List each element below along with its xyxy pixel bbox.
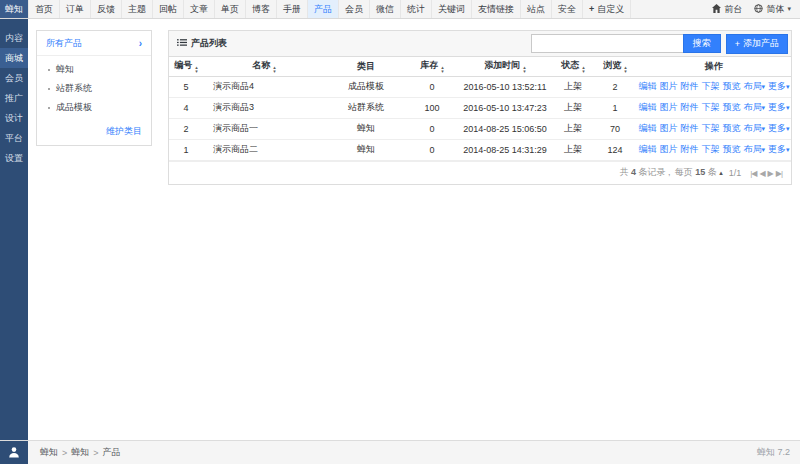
cell-1: 演示商品二 [203,139,325,160]
column-header-0[interactable]: 编号▴▾ [169,57,203,76]
preview-action-link[interactable]: 预览 [723,123,741,133]
last-page-icon[interactable]: ▶| [776,169,782,178]
more-action-link[interactable]: 更多▾ [768,102,790,112]
top-menu-item-16[interactable]: 安全 [552,0,583,18]
edit-action-link[interactable]: 编辑 [639,144,657,154]
layout-action-link[interactable]: 布局▾ [744,81,766,91]
per-page-dropdown[interactable]: 每页 15 条 ▴ [675,166,723,179]
top-menu-item-11[interactable]: 微信 [370,0,401,18]
sort-down-icon: ▾ [523,70,526,74]
top-menu-item-12[interactable]: 统计 [401,0,432,18]
top-menu-item-7[interactable]: 博客 [246,0,277,18]
top-menu-item-10[interactable]: 会员 [339,0,370,18]
admin-screen: 蝉知 首页订单反馈主题回帖文章单页博客手册产品会员微信统计关键词友情链接站点安全… [0,0,800,464]
sidebar-item-1[interactable]: 商城 [0,48,28,68]
offline-action-link[interactable]: 下架 [702,102,720,112]
front-site-link[interactable]: 前台 [712,3,742,16]
column-header-2: 类目 [325,57,407,76]
image-action-link[interactable]: 图片 [660,81,678,91]
add-product-button[interactable]: + 添加产品 [726,34,788,54]
top-menu: 首页订单反馈主题回帖文章单页博客手册产品会员微信统计关键词友情链接站点安全+自定… [28,0,631,18]
file-action-link[interactable]: 附件 [681,123,699,133]
top-menu-item-8[interactable]: 手册 [277,0,308,18]
offline-action-link[interactable]: 下架 [702,123,720,133]
breadcrumb-item-1[interactable]: 蝉知 [71,446,89,459]
column-label: 添加时间 [484,60,520,70]
breadcrumb-item-2[interactable]: 产品 [103,446,121,459]
sidebar-item-6[interactable]: 设置 [0,148,28,168]
column-header-7: 操作 [637,57,791,76]
globe-icon [754,4,763,15]
sidebar-item-4[interactable]: 设计 [0,108,28,128]
category-item-0[interactable]: 蝉知 [37,60,151,79]
preview-action-link[interactable]: 预览 [723,81,741,91]
cell-actions: 编辑图片附件下架预览布局▾更多▾ [637,76,791,97]
preview-action-link[interactable]: 预览 [723,102,741,112]
sidebar-item-2[interactable]: 会员 [0,68,28,88]
top-menu-item-9[interactable]: 产品 [308,0,339,18]
file-action-link[interactable]: 附件 [681,81,699,91]
more-action-link[interactable]: 更多▾ [768,81,790,91]
top-menu-item-custom[interactable]: +自定义 [583,0,631,18]
user-avatar[interactable] [0,441,28,464]
next-page-icon[interactable]: ▶ [768,169,773,178]
top-menu-item-6[interactable]: 单页 [215,0,246,18]
edit-action-link[interactable]: 编辑 [639,123,657,133]
top-menu-item-0[interactable]: 首页 [28,0,60,18]
category-item-2[interactable]: 成品模板 [37,98,151,117]
product-panel-title: 产品列表 [177,37,227,50]
language-switcher[interactable]: 简体 ▾ [754,3,791,16]
top-menu-item-5[interactable]: 文章 [184,0,215,18]
column-header-3[interactable]: 库存▴▾ [407,57,457,76]
cell-2: 站群系统 [325,97,407,118]
image-action-link[interactable]: 图片 [660,102,678,112]
sidebar-item-5[interactable]: 平台 [0,128,28,148]
category-panel-header[interactable]: 所有产品 › [37,31,151,56]
layout-action-link[interactable]: 布局▾ [744,102,766,112]
first-page-icon[interactable]: |◀ [750,169,756,178]
column-header-4[interactable]: 添加时间▴▾ [457,57,553,76]
sort-icon: ▴▾ [195,66,198,73]
more-action-link[interactable]: 更多▾ [768,123,790,133]
top-menu-item-14[interactable]: 友情链接 [472,0,521,18]
column-header-6[interactable]: 浏览▴▾ [593,57,637,76]
top-menu-item-3[interactable]: 主题 [122,0,153,18]
maintain-category-link[interactable]: 维护类目 [106,126,142,136]
column-header-5[interactable]: 状态▴▾ [553,57,593,76]
top-menu-item-15[interactable]: 站点 [521,0,552,18]
module-sidebar: 内容商城会员推广设计平台设置 [0,19,28,440]
sidebar-item-3[interactable]: 推广 [0,88,28,108]
category-item-1[interactable]: 站群系统 [37,79,151,98]
record-summary: 共 4 条记录 , [620,166,671,179]
image-action-link[interactable]: 图片 [660,123,678,133]
image-action-link[interactable]: 图片 [660,144,678,154]
cell-4: 2014-08-25 15:06:50 [457,118,553,139]
cell-3: 100 [407,97,457,118]
brand-logo[interactable]: 蝉知 [0,0,28,18]
cell-6: 2 [593,76,637,97]
search-button[interactable]: 搜索 [683,34,721,53]
breadcrumb-item-0[interactable]: 蝉知 [40,446,58,459]
file-action-link[interactable]: 附件 [681,144,699,154]
chevron-right-icon: › [139,38,142,49]
edit-action-link[interactable]: 编辑 [639,81,657,91]
sidebar-item-0[interactable]: 内容 [0,28,28,48]
search-input[interactable] [531,34,683,53]
offline-action-link[interactable]: 下架 [702,144,720,154]
top-menu-item-4[interactable]: 回帖 [153,0,184,18]
top-menu-item-2[interactable]: 反馈 [91,0,122,18]
cell-3: 0 [407,76,457,97]
top-menu-item-1[interactable]: 订单 [60,0,91,18]
cell-1: 演示商品4 [203,76,325,97]
layout-action-link[interactable]: 布局▾ [744,144,766,154]
edit-action-link[interactable]: 编辑 [639,102,657,112]
layout-action-link[interactable]: 布局▾ [744,123,766,133]
file-action-link[interactable]: 附件 [681,102,699,112]
preview-action-link[interactable]: 预览 [723,144,741,154]
prev-page-icon[interactable]: ◀ [759,169,764,178]
offline-action-link[interactable]: 下架 [702,81,720,91]
top-menu-item-13[interactable]: 关键词 [432,0,472,18]
caret-down-icon: ▾ [786,146,790,153]
more-action-link[interactable]: 更多▾ [768,144,790,154]
column-header-1[interactable]: 名称▴▾ [203,57,325,76]
